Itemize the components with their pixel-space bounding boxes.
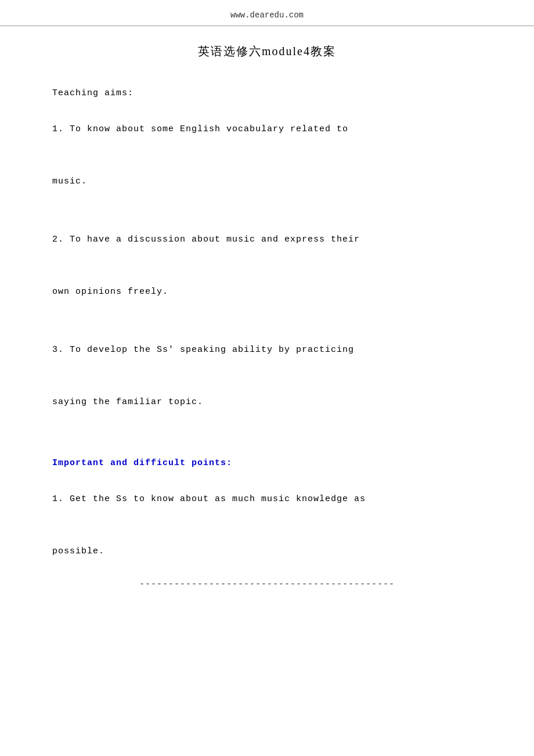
difficult-1-line1: 1. Get the Ss to know about as much musi… bbox=[52, 491, 482, 507]
aim-2-line1: 2. To have a discussion about music and … bbox=[52, 232, 482, 247]
aim-item-1: 1. To know about some English vocabulary… bbox=[52, 121, 482, 186]
title-section: 英语选修六module4教案 bbox=[0, 26, 534, 71]
aim-2-number: 2. bbox=[52, 235, 64, 244]
main-content: Teaching aims: 1. To know about some Eng… bbox=[0, 71, 534, 613]
aim-1-text-line1: To know about some English vocabulary re… bbox=[64, 124, 348, 134]
important-label: Important and difficult points: bbox=[52, 458, 482, 468]
difficult-1-text-line1: Get the Ss to know about as much music k… bbox=[64, 494, 366, 504]
doc-title: 英语选修六module4教案 bbox=[35, 44, 499, 59]
aim-3-number: 3. bbox=[52, 345, 64, 355]
header-url: www.dearedu.com bbox=[230, 10, 304, 20]
aim-item-2: 2. To have a discussion about music and … bbox=[52, 232, 482, 297]
difficult-1-number: 1. bbox=[52, 494, 64, 504]
aim-3-line2: saying the familiar topic. bbox=[52, 397, 482, 407]
aim-2-line2: own opinions freely. bbox=[52, 287, 482, 297]
page: www.dearedu.com 英语选修六module4教案 Teaching … bbox=[0, 0, 534, 756]
header: www.dearedu.com bbox=[0, 0, 534, 26]
aim-1-line2: music. bbox=[52, 177, 482, 186]
aim-3-line1: 3. To develop the Ss' speaking ability b… bbox=[52, 342, 482, 358]
aim-1-line1: 1. To know about some English vocabulary… bbox=[52, 121, 482, 137]
aim-3-text-line1: To develop the Ss' speaking ability by p… bbox=[64, 345, 354, 355]
teaching-aims-label: Teaching aims: bbox=[52, 88, 482, 98]
aim-2-text-line1: To have a discussion about music and exp… bbox=[64, 235, 360, 244]
difficult-1-line2: possible. bbox=[52, 546, 482, 556]
aim-1-number: 1. bbox=[52, 124, 64, 134]
difficult-item-1: 1. Get the Ss to know about as much musi… bbox=[52, 491, 482, 556]
aim-item-3: 3. To develop the Ss' speaking ability b… bbox=[52, 342, 482, 407]
dashed-line: ----------------------------------------… bbox=[52, 579, 482, 589]
